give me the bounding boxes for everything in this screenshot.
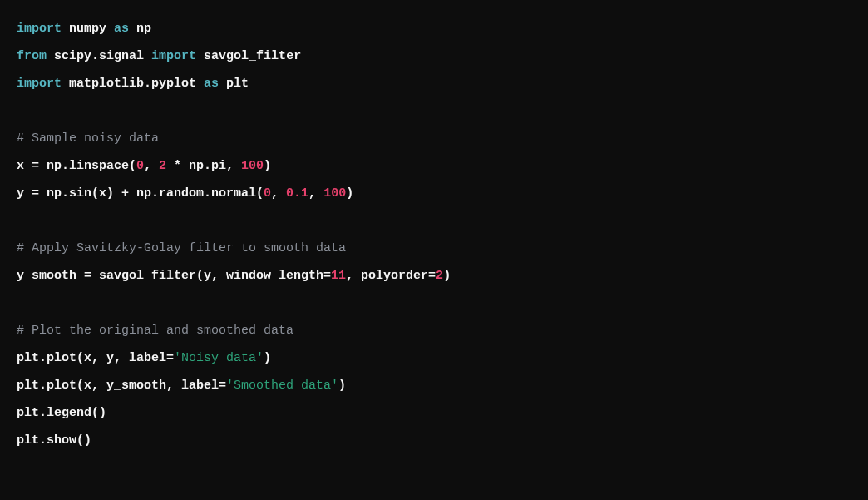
token-mod: matplotlib.pyplot xyxy=(69,77,196,91)
token-num: 2 xyxy=(159,159,166,173)
code-line: plt.plot(x, y, label='Noisy data') xyxy=(17,351,271,365)
token-num: 2 xyxy=(436,269,443,283)
token-cmt: # Apply Savitzky-Golay filter to smooth … xyxy=(17,241,346,255)
token-mod: np xyxy=(136,22,151,36)
code-line: # Sample noisy data xyxy=(17,131,159,146)
code-line: # Plot the original and smoothed data xyxy=(17,324,293,338)
token-kw: from xyxy=(17,49,47,63)
token-kw: import xyxy=(17,77,62,91)
token-num: 0 xyxy=(264,186,271,200)
code-line: import matplotlib.pyplot as plt xyxy=(17,77,249,91)
token-num: 100 xyxy=(323,186,346,200)
code-line: y_smooth = savgol_filter(y, window_lengt… xyxy=(17,269,451,283)
token-mod: plt xyxy=(226,77,249,91)
code-line: # Apply Savitzky-Golay filter to smooth … xyxy=(17,241,346,255)
token-kw: import xyxy=(151,49,196,63)
code-line: plt.legend() xyxy=(17,406,106,420)
token-cmt: # Sample noisy data xyxy=(17,131,159,146)
token-kw: import xyxy=(17,22,62,36)
token-kw: as xyxy=(114,22,129,36)
token-cmt: # Plot the original and smoothed data xyxy=(17,324,293,338)
token-mod: numpy xyxy=(69,22,106,36)
code-line: import numpy as np xyxy=(17,22,151,36)
token-mod: scipy.signal xyxy=(54,49,144,63)
token-mod: savgol_filter xyxy=(204,49,301,63)
code-line: x = np.linspace(0, 2 * np.pi, 100) xyxy=(17,159,271,173)
token-num: 0.1 xyxy=(286,186,308,200)
token-num: 11 xyxy=(331,269,346,283)
code-line: plt.plot(x, y_smooth, label='Smoothed da… xyxy=(17,379,346,393)
code-line: plt.show() xyxy=(17,433,91,448)
token-str: 'Noisy data' xyxy=(174,351,264,365)
token-str: 'Smoothed data' xyxy=(226,379,338,393)
token-num: 0 xyxy=(136,159,144,173)
token-kw: as xyxy=(204,77,219,91)
token-num: 100 xyxy=(241,159,264,173)
code-line: y = np.sin(x) + np.random.normal(0, 0.1,… xyxy=(17,186,353,200)
code-line: from scipy.signal import savgol_filter xyxy=(17,49,301,63)
code-editor[interactable]: import numpy as np from scipy.signal imp… xyxy=(0,0,868,469)
